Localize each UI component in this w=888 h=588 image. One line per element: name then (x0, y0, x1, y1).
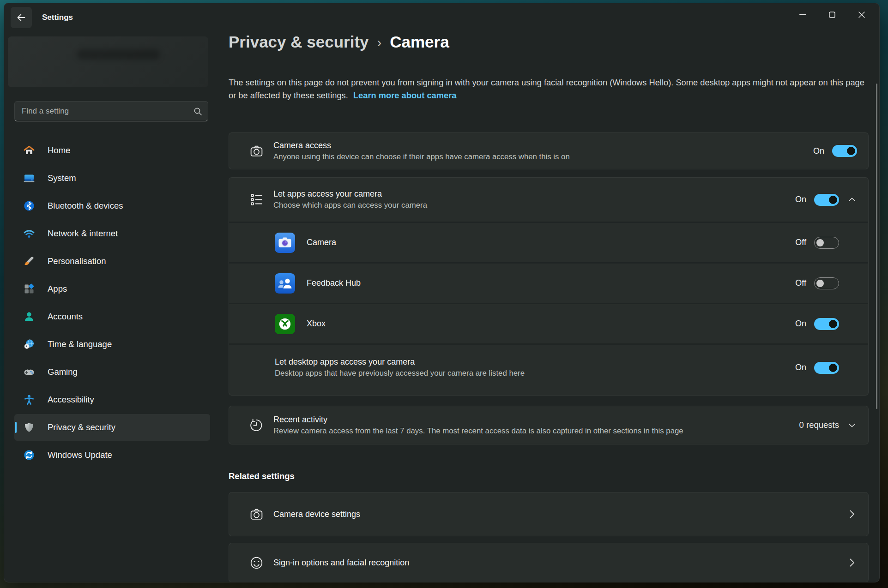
sidebar-item-label: Home (48, 145, 70, 156)
camera-icon (248, 507, 264, 522)
app-name: Camera (307, 238, 336, 247)
camera-app-icon (275, 233, 295, 253)
sidebar-item-label: Bluetooth & devices (48, 201, 123, 211)
shield-icon (23, 421, 36, 434)
accounts-icon (23, 310, 36, 323)
account-banner-blur (77, 49, 160, 60)
account-banner (8, 36, 208, 87)
sidebar-item-label: Network & internet (48, 228, 118, 239)
app-row-feedback-hub: Feedback Hub Off (229, 262, 868, 303)
toggle-state-label: On (813, 146, 824, 156)
toggle-state-label: Off (795, 278, 806, 288)
xbox-toggle[interactable] (814, 318, 839, 330)
sidebar-item-label: Personalisation (48, 256, 106, 266)
setting-description: Desktop apps that have previously access… (275, 369, 525, 378)
bluetooth-icon (23, 199, 36, 212)
toggle-state-label: Off (795, 238, 806, 247)
app-row-camera: Camera Off (229, 222, 868, 262)
xbox-app-icon (275, 314, 295, 334)
let-apps-expander: Let apps access your camera Choose which… (229, 177, 869, 396)
desktop-apps-toggle[interactable] (814, 362, 839, 374)
face-icon (248, 555, 264, 570)
vertical-scrollbar[interactable] (876, 84, 877, 409)
app-row-xbox: Xbox On (229, 303, 868, 343)
toggle-knob (829, 196, 837, 204)
camera-icon (248, 144, 264, 159)
sidebar-item-bluetooth-devices[interactable]: Bluetooth & devices (14, 192, 210, 219)
main-content: Privacy & security › Camera The settings… (229, 3, 869, 582)
breadcrumb-separator-icon: › (377, 34, 382, 50)
sidebar-item-privacy-security[interactable]: Privacy & security (14, 414, 210, 441)
search-box (14, 101, 208, 121)
breadcrumb-parent[interactable]: Privacy & security (229, 33, 369, 51)
setting-description: Choose which apps can access your camera (273, 201, 427, 210)
chevron-up-icon[interactable] (847, 198, 857, 202)
related-item-label: Sign-in options and facial recognition (273, 558, 409, 568)
toggle-state-label: On (795, 363, 806, 372)
sidebar-item-home[interactable]: Home (14, 137, 210, 164)
sidebar-item-label: Windows Update (48, 450, 112, 460)
sidebar-item-label: Apps (48, 284, 67, 294)
sidebar-item-accounts[interactable]: Accounts (14, 303, 210, 330)
sign-in-options-card[interactable]: Sign-in options and facial recognition (229, 543, 869, 582)
page-title: Camera (390, 33, 449, 51)
settings-window: Settings Hom (4, 3, 880, 582)
camera-access-card: Camera access Anyone using this device c… (229, 132, 869, 169)
page-description: The settings on this page do not prevent… (229, 76, 870, 102)
time-language-icon (23, 338, 36, 351)
breadcrumb: Privacy & security › Camera (229, 33, 449, 51)
app-name: Feedback Hub (307, 278, 361, 288)
toggle-knob (829, 320, 837, 328)
toggle-state-label: On (795, 319, 806, 329)
window-title: Settings (42, 3, 73, 32)
sidebar-item-system[interactable]: System (14, 165, 210, 192)
camera-device-settings-card[interactable]: Camera device settings (229, 492, 869, 536)
recent-activity-card[interactable]: Recent activity Review camera access fro… (229, 406, 869, 444)
desktop-apps-row: Let desktop apps access your camera Desk… (229, 343, 868, 390)
chevron-down-icon[interactable] (847, 423, 857, 427)
sidebar-item-apps[interactable]: Apps (14, 276, 210, 302)
related-settings-header: Related settings (229, 471, 295, 481)
search-input[interactable] (22, 107, 193, 116)
let-apps-toggle[interactable] (814, 194, 839, 206)
app-name: Xbox (307, 319, 326, 329)
sidebar-item-gaming[interactable]: Gaming (14, 359, 210, 385)
toggle-knob (847, 147, 855, 155)
sidebar-item-accessibility[interactable]: Accessibility (14, 386, 210, 413)
sidebar-item-time-language[interactable]: Time & language (14, 331, 210, 358)
sidebar-item-label: System (48, 173, 76, 183)
home-icon (23, 144, 36, 157)
sidebar-item-personalisation[interactable]: Personalisation (14, 248, 210, 275)
feedback-hub-toggle[interactable] (814, 277, 839, 289)
app-list-icon (248, 192, 264, 207)
sidebar-item-network-internet[interactable]: Network & internet (14, 220, 210, 247)
accessibility-icon (23, 393, 36, 406)
camera-access-toggle[interactable] (832, 145, 857, 157)
learn-more-link[interactable]: Learn more about camera (353, 90, 457, 100)
camera-app-toggle[interactable] (814, 237, 839, 249)
setting-title: Camera access (273, 141, 570, 150)
setting-title: Let apps access your camera (273, 189, 427, 199)
setting-description: Review camera access from the last 7 day… (273, 426, 683, 436)
chevron-right-icon (847, 510, 857, 518)
back-button[interactable] (11, 7, 32, 28)
apps-icon (23, 282, 36, 295)
let-apps-header-row[interactable]: Let apps access your camera Choose which… (229, 178, 868, 222)
sidebar-item-windows-update[interactable]: Windows Update (14, 442, 210, 468)
back-arrow-icon (16, 13, 26, 22)
toggle-knob (816, 239, 824, 246)
gaming-icon (23, 366, 36, 378)
feedback-hub-app-icon (275, 273, 295, 294)
windows-update-icon (23, 449, 36, 462)
search-icon (193, 107, 202, 116)
setting-title: Recent activity (273, 415, 683, 425)
personalisation-icon (23, 255, 36, 268)
chevron-right-icon (847, 558, 857, 567)
sidebar-nav: Home System Bluetooth & devices Network … (14, 137, 210, 469)
setting-title: Let desktop apps access your camera (275, 357, 525, 367)
setting-description: Anyone using this device can choose if t… (273, 152, 570, 162)
recent-activity-count: 0 requests (799, 420, 839, 430)
sidebar-item-label: Time & language (48, 339, 112, 349)
system-icon (23, 172, 36, 185)
network-icon (23, 227, 36, 240)
